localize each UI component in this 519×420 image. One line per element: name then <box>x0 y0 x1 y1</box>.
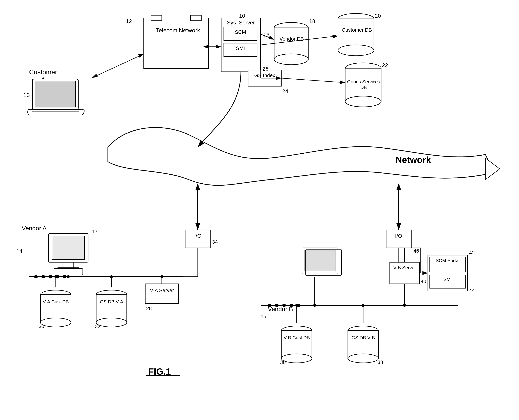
svg-point-70 <box>403 304 406 307</box>
vb-cust-db-label: V-B Cust DB <box>282 335 312 341</box>
ref-12: 12 <box>126 18 132 24</box>
svg-point-12 <box>274 54 308 65</box>
svg-rect-4 <box>144 18 208 68</box>
ref-16: 16 <box>263 31 269 38</box>
ref-14: 14 <box>16 248 23 255</box>
ref-26: 26 <box>262 66 268 72</box>
ref-28: 28 <box>146 305 152 312</box>
svg-rect-93 <box>305 250 335 271</box>
ref-40: 40 <box>421 278 426 285</box>
figure-label: FIG.1 <box>148 367 171 377</box>
svg-marker-27 <box>485 158 500 180</box>
ref-17: 17 <box>92 228 98 235</box>
svg-point-43 <box>96 318 127 327</box>
ref-10: 10 <box>239 13 245 19</box>
svg-point-35 <box>54 275 57 278</box>
vendor-b-label: Vendor B <box>261 305 300 313</box>
svg-point-31 <box>49 275 52 278</box>
svg-point-65 <box>362 304 365 307</box>
ref-15: 15 <box>261 314 266 320</box>
svg-point-33 <box>63 275 67 278</box>
svg-line-25 <box>97 54 144 75</box>
svg-rect-85 <box>52 236 84 260</box>
vendor-a-label: Vendor A <box>16 225 52 232</box>
svg-point-40 <box>110 275 113 278</box>
ref-22: 22 <box>382 62 388 68</box>
svg-point-29 <box>34 275 38 278</box>
ref-20: 20 <box>375 13 381 19</box>
ref-34: 34 <box>212 239 218 245</box>
goods-services-db-label: Goods Services DB <box>346 79 381 90</box>
scm-label: SCM <box>225 29 256 35</box>
svg-rect-46 <box>145 284 178 304</box>
ref-46: 46 <box>413 248 419 254</box>
svg-point-18 <box>345 96 381 107</box>
ref-32: 32 <box>95 323 100 330</box>
svg-point-63 <box>281 354 312 363</box>
ref-42: 42 <box>469 250 475 256</box>
svg-point-38 <box>40 318 71 327</box>
svg-point-30 <box>41 275 45 278</box>
ref-18: 18 <box>309 18 315 24</box>
va-cust-db-label: V-A Cust DB <box>40 299 71 305</box>
ref-38: 38 <box>378 359 383 365</box>
svg-rect-97 <box>35 81 76 107</box>
gs-va-label: GS DB V-A <box>97 299 126 305</box>
customer-db-label: Customer DB <box>340 27 374 33</box>
scm-portal-label: SCM Portal <box>430 258 466 263</box>
sys-server-label: Sys. Server <box>222 19 260 26</box>
vb-server-label: V-B Server <box>390 265 419 270</box>
ref-36: 36 <box>280 359 286 365</box>
svg-point-91 <box>67 275 70 278</box>
smi-bottom-label: SMI <box>430 277 466 282</box>
gs-vb-label: GS DB V-B <box>348 335 378 341</box>
network-label: Network <box>396 155 431 165</box>
svg-rect-5 <box>151 15 162 21</box>
io-right-label: I/O <box>387 233 410 239</box>
svg-point-15 <box>338 45 374 56</box>
smi-top-label: SMI <box>225 45 256 51</box>
svg-point-45 <box>160 275 163 278</box>
telecom-network-label: Telecom Network <box>147 27 208 34</box>
gs-index-label: GS Index <box>249 72 281 78</box>
svg-point-58 <box>313 304 316 307</box>
vendor-db-label: Vendor DB <box>275 36 308 42</box>
svg-point-68 <box>348 354 378 363</box>
svg-line-24 <box>281 78 345 83</box>
ref-44: 44 <box>469 287 475 293</box>
va-server-label: V-A Server <box>146 287 178 293</box>
ref-24: 24 <box>282 88 288 95</box>
io-left-label: I/O <box>187 233 209 239</box>
svg-rect-89 <box>54 269 83 275</box>
ref-30: 30 <box>39 323 44 330</box>
svg-rect-6 <box>191 15 201 21</box>
